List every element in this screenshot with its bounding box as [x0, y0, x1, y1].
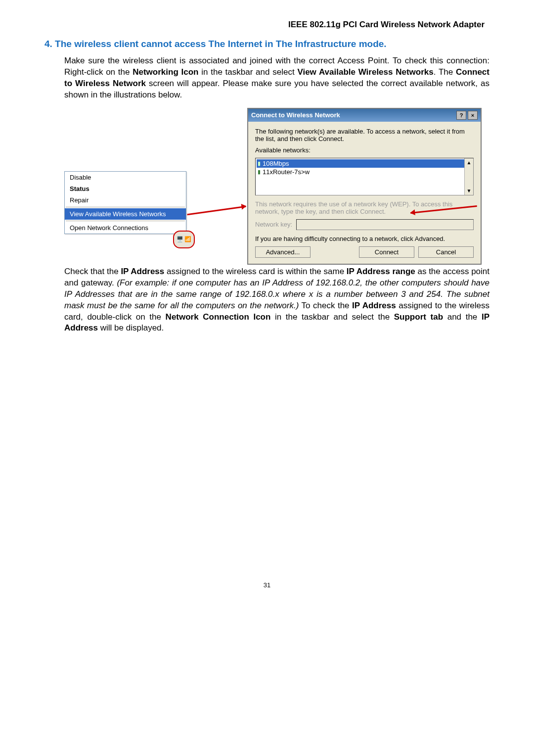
help-button[interactable]: ? — [456, 111, 466, 120]
section-heading: 4. The wireless client cannot access The… — [44, 39, 490, 49]
screenshots-row: Disable Status Repair View Available Wir… — [64, 108, 490, 251]
p2-b5: Support tab — [394, 312, 443, 322]
advanced-hint: If you are having difficulty connecting … — [255, 235, 474, 242]
available-networks-list[interactable]: ▮ 108Mbps ▮ 11xRouter-7s>w ▲ ▼ — [255, 158, 474, 195]
network-key-label: Network key: — [255, 221, 292, 228]
p2-mid6: and the — [443, 312, 482, 322]
scroll-up-icon[interactable]: ▲ — [467, 158, 472, 167]
network-name-1: 108Mbps — [263, 160, 289, 167]
connect-button[interactable]: Connect — [359, 246, 414, 258]
signal-icon: ▮ — [258, 160, 261, 167]
p2-b3: IP Address — [352, 301, 396, 310]
ctx-disable[interactable]: Disable — [65, 172, 186, 183]
signal-icon: 📶 — [184, 236, 191, 242]
signal-icon: ▮ — [258, 169, 261, 175]
page-number: 31 — [44, 581, 490, 589]
p2-mid5: in the taskbar and select the — [270, 312, 394, 322]
ctx-view-available[interactable]: View Available Wireless Networks — [65, 208, 186, 220]
p2-mid3: To check the — [299, 301, 352, 310]
dialog-titlebar: Connect to Wireless Network ? × — [248, 109, 481, 122]
p2-mid1: assigned to the wireless card is within … — [164, 267, 347, 276]
arrow-annotation-1 — [187, 205, 246, 215]
ctx-status[interactable]: Status — [65, 183, 186, 194]
p1-mid2: . The — [434, 67, 456, 77]
network-item-selected[interactable]: ▮ 108Mbps — [257, 159, 472, 168]
close-button[interactable]: × — [468, 111, 478, 120]
dialog-body: The following network(s) are available. … — [248, 122, 481, 264]
advanced-button[interactable]: Advanced... — [255, 246, 311, 258]
p1-mid1: in the taskbar and select — [198, 67, 297, 77]
second-paragraph: Check that the IP Address assigned to th… — [64, 266, 490, 334]
network-key-row: Network key: — [255, 219, 474, 230]
network-item[interactable]: ▮ 11xRouter-7s>w — [257, 168, 472, 176]
dialog-description: The following network(s) are available. … — [255, 128, 474, 142]
p2-b1: IP Address — [121, 267, 164, 276]
header-title: IEEE 802.11g PCI Card Wireless Network A… — [44, 20, 485, 30]
dialog-title: Connect to Wireless Network — [251, 111, 340, 119]
cancel-button[interactable]: Cancel — [418, 246, 474, 258]
monitor-icon: 🖥️ — [177, 236, 183, 242]
p2-post: will be displayed. — [98, 323, 164, 332]
p1-b1: Networking Icon — [133, 67, 198, 77]
dialog-button-row: Advanced... Connect Cancel — [255, 246, 474, 258]
ctx-separator — [66, 207, 185, 207]
tray-network-icon[interactable]: 🖥️ 📶 — [173, 231, 195, 248]
context-menu: Disable Status Repair View Available Wir… — [64, 171, 186, 234]
p2-b2: IP Address range — [347, 267, 415, 276]
ctx-open-connections[interactable]: Open Network Connections — [65, 222, 186, 234]
scroll-down-icon[interactable]: ▼ — [467, 187, 472, 195]
network-name-2: 11xRouter-7s>w — [263, 168, 310, 176]
p2-pre: Check that the — [64, 267, 121, 276]
ctx-separator-2 — [66, 221, 185, 221]
ctx-repair[interactable]: Repair — [65, 194, 186, 206]
p1-b2: View Available Wireless Networks — [297, 67, 433, 77]
connect-dialog: Connect to Wireless Network ? × The foll… — [247, 108, 482, 265]
wep-hint: This network requires the use of a netwo… — [255, 200, 474, 215]
available-networks-label: Available networks: — [255, 146, 474, 154]
intro-paragraph: Make sure the wireless client is associa… — [64, 55, 490, 101]
network-key-input[interactable] — [296, 219, 474, 230]
list-scrollbar[interactable]: ▲ ▼ — [464, 158, 473, 195]
p2-b4: Network Connection Icon — [166, 312, 271, 322]
